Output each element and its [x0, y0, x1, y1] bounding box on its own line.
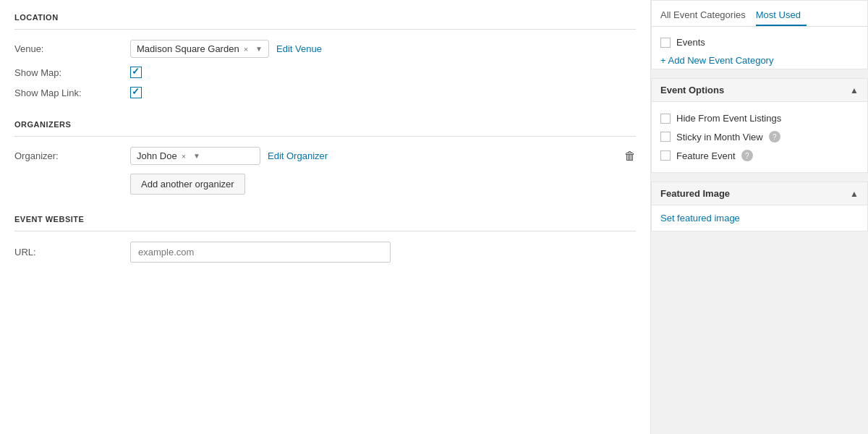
feature-event-help-icon[interactable]: ?	[741, 150, 753, 161]
delete-organizer-icon[interactable]: 🗑	[624, 150, 636, 163]
featured-image-body: Set featured image	[652, 205, 867, 231]
feature-event-checkbox[interactable]	[660, 150, 671, 161]
hide-from-listings-label: Hide From Event Listings	[676, 113, 781, 124]
show-map-checkbox[interactable]	[130, 67, 142, 78]
organizer-dropdown-icon[interactable]: ▼	[193, 152, 200, 160]
organizer-control-area: John Doe × ▼ Edit Organizer	[130, 147, 624, 165]
tab-most-used[interactable]: Most Used	[756, 7, 807, 26]
show-map-link-row: Show Map Link:	[14, 87, 636, 98]
sticky-month-label: Sticky in Month View	[676, 132, 763, 142]
hide-from-listings-checkbox[interactable]	[660, 114, 671, 124]
category-events-item: Events	[652, 34, 867, 51]
show-map-link-label: Show Map Link:	[14, 88, 130, 98]
sticky-month-checkbox[interactable]	[660, 132, 671, 142]
venue-value: Madison Square Garden	[137, 43, 239, 54]
url-control-area	[130, 242, 636, 263]
category-events-label: Events	[676, 37, 705, 48]
featured-image-header: Featured Image ▲	[652, 182, 867, 205]
main-content: LOCATION Venue: Madison Square Garden × …	[0, 0, 651, 434]
sticky-month-item: Sticky in Month View ?	[660, 127, 859, 146]
location-section: LOCATION Venue: Madison Square Garden × …	[14, 0, 636, 98]
event-options-header: Event Options ▲	[652, 79, 867, 102]
venue-dropdown-icon[interactable]: ▼	[255, 45, 263, 53]
url-label: URL:	[14, 247, 130, 258]
set-featured-image-link[interactable]: Set featured image	[660, 213, 740, 224]
organizers-title: ORGANIZERS	[14, 107, 636, 137]
event-website-title: EVENT WEBSITE	[14, 202, 636, 231]
organizer-row: Organizer: John Doe × ▼ Edit Organizer 🗑	[14, 147, 636, 165]
featured-image-panel: Featured Image ▲ Set featured image	[651, 182, 868, 231]
venue-label: Venue:	[14, 43, 130, 54]
organizer-value: John Doe	[137, 150, 177, 161]
event-options-title: Event Options	[660, 85, 724, 95]
tab-all-categories[interactable]: All Event Categories	[660, 7, 752, 26]
add-new-category-link[interactable]: + Add New Event Category	[652, 51, 867, 69]
show-map-label: Show Map:	[14, 67, 130, 78]
sidebar: All Event Categories Most Used Events + …	[651, 0, 868, 434]
venue-remove-icon[interactable]: ×	[244, 45, 248, 54]
edit-venue-link[interactable]: Edit Venue	[276, 43, 322, 54]
organizer-remove-icon[interactable]: ×	[182, 152, 186, 161]
show-map-row: Show Map:	[14, 67, 636, 78]
event-options-arrow-icon[interactable]: ▲	[850, 85, 859, 95]
organizers-section: ORGANIZERS Organizer: John Doe × ▼ Edit …	[14, 107, 636, 202]
categories-tabs: All Event Categories Most Used	[652, 1, 867, 27]
sticky-month-help-icon[interactable]: ?	[769, 131, 780, 142]
location-title: LOCATION	[14, 0, 636, 30]
show-map-link-control	[130, 87, 636, 98]
featured-image-arrow-icon[interactable]: ▲	[850, 189, 859, 199]
category-events-checkbox[interactable]	[660, 38, 671, 48]
hide-from-listings-item: Hide From Event Listings	[660, 109, 859, 127]
edit-organizer-link[interactable]: Edit Organizer	[268, 150, 328, 161]
url-row: URL:	[14, 242, 636, 263]
event-categories-panel: All Event Categories Most Used Events + …	[651, 0, 868, 69]
venue-row: Venue: Madison Square Garden × ▼ Edit Ve…	[14, 40, 636, 58]
feature-event-item: Feature Event ?	[660, 146, 859, 165]
venue-control-area: Madison Square Garden × ▼ Edit Venue	[130, 40, 636, 58]
show-map-link-checkbox[interactable]	[130, 87, 142, 98]
add-organizer-button[interactable]: Add another organizer	[130, 174, 245, 195]
event-website-section: EVENT WEBSITE URL:	[14, 202, 636, 263]
url-input[interactable]	[130, 242, 391, 263]
event-options-panel: Event Options ▲ Hide From Event Listings…	[651, 78, 868, 173]
feature-event-label: Feature Event	[676, 150, 736, 161]
show-map-control	[130, 67, 636, 78]
featured-image-title: Featured Image	[660, 188, 730, 199]
event-options-body: Hide From Event Listings Sticky in Month…	[652, 102, 867, 172]
organizer-label: Organizer:	[14, 150, 130, 161]
organizer-select-tag[interactable]: John Doe × ▼	[130, 147, 260, 165]
venue-select-tag[interactable]: Madison Square Garden × ▼	[130, 40, 269, 58]
